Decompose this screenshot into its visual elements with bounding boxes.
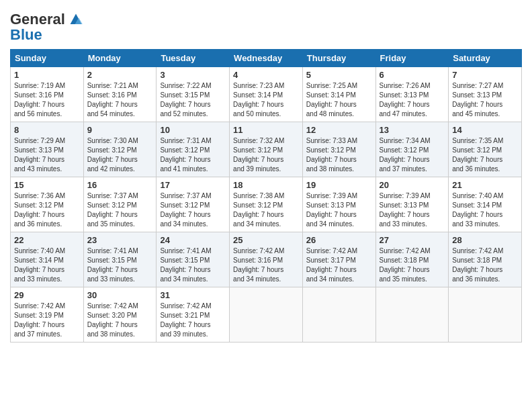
day-info-line: Sunrise: 7:22 AM [160,81,226,91]
day-info-line: Sunrise: 7:38 AM [233,191,299,201]
calendar-cell [230,287,303,342]
day-info-line: Sunrise: 7:40 AM [452,191,518,201]
day-info-line: Daylight: 7 hours [160,265,226,275]
day-number: 28 [452,235,518,245]
day-number: 29 [14,290,80,300]
day-info-line: Daylight: 7 hours [14,100,80,109]
calendar-cell: 13Sunrise: 7:34 AMSunset: 3:12 PMDayligh… [375,122,449,177]
day-number: 4 [233,70,299,80]
weekday-header-tuesday: Tuesday [157,50,230,67]
calendar-cell: 7Sunrise: 7:27 AMSunset: 3:13 PMDaylight… [449,67,522,122]
day-info-line: and 34 minutes. [306,220,372,229]
day-info-line: and 34 minutes. [160,275,226,284]
calendar-cell: 9Sunrise: 7:30 AMSunset: 3:12 PMDaylight… [83,122,157,177]
day-number: 30 [87,290,153,300]
day-info-line: Daylight: 7 hours [14,210,80,220]
weekday-header-thursday: Thursday [302,50,375,67]
calendar-cell: 31Sunrise: 7:42 AMSunset: 3:21 PMDayligh… [157,287,230,342]
day-info-line: Sunrise: 7:26 AM [380,81,445,91]
day-number: 1 [14,70,80,80]
day-info-line: Sunrise: 7:40 AM [14,246,80,256]
day-number: 12 [306,125,372,135]
day-info-line: Daylight: 7 hours [14,265,80,275]
day-info-line: Sunrise: 7:19 AM [14,81,80,91]
day-info-line: Sunset: 3:13 PM [380,201,445,210]
calendar-cell: 8Sunrise: 7:29 AMSunset: 3:13 PMDaylight… [11,122,84,177]
day-info-line: Sunset: 3:12 PM [233,146,299,155]
header: General Blue [10,7,522,44]
calendar-cell: 29Sunrise: 7:42 AMSunset: 3:19 PMDayligh… [11,287,84,342]
day-number: 7 [452,70,518,80]
day-info-line: Sunset: 3:15 PM [160,256,226,265]
day-info-line: Sunset: 3:12 PM [87,201,153,210]
day-info-line: Sunrise: 7:42 AM [14,302,80,311]
day-info-line: Daylight: 7 hours [233,100,299,109]
day-info-line: Sunrise: 7:30 AM [87,136,153,146]
day-info-line: Sunset: 3:17 PM [306,256,372,265]
day-number: 8 [14,125,80,135]
day-info-line: Sunrise: 7:39 AM [380,191,445,201]
day-number: 10 [160,125,226,135]
calendar-cell: 14Sunrise: 7:35 AMSunset: 3:12 PMDayligh… [449,122,522,177]
day-info-line: and 54 minutes. [87,109,153,119]
day-info-line: and 34 minutes. [233,275,299,284]
calendar-cell: 23Sunrise: 7:41 AMSunset: 3:15 PMDayligh… [83,232,157,287]
day-info-line: Daylight: 7 hours [380,210,445,220]
day-info-line: Sunrise: 7:42 AM [452,246,518,256]
calendar-cell [302,287,375,342]
day-info-line: and 38 minutes. [87,330,153,339]
day-info-line: Daylight: 7 hours [233,210,299,220]
day-info-line: and 33 minutes. [380,220,445,229]
day-info-line: Sunrise: 7:41 AM [160,246,226,256]
day-info-line: Daylight: 7 hours [14,155,80,165]
day-number: 26 [306,235,372,245]
day-info-line: and 47 minutes. [380,109,445,119]
calendar-cell: 25Sunrise: 7:42 AMSunset: 3:16 PMDayligh… [230,232,303,287]
day-number: 6 [380,70,445,80]
calendar-cell: 3Sunrise: 7:22 AMSunset: 3:15 PMDaylight… [157,67,230,122]
day-number: 11 [233,125,299,135]
day-info-line: Daylight: 7 hours [87,100,153,109]
day-number: 25 [233,235,299,245]
day-info-line: and 34 minutes. [306,275,372,284]
day-number: 18 [233,180,299,190]
day-info-line: Sunset: 3:12 PM [87,146,153,155]
day-info-line: Sunrise: 7:31 AM [160,136,226,146]
day-info-line: Sunset: 3:12 PM [233,201,299,210]
day-info-line: Sunrise: 7:27 AM [452,81,518,91]
day-number: 9 [87,125,153,135]
day-info-line: Daylight: 7 hours [380,155,445,165]
calendar-cell [375,287,449,342]
calendar-cell: 18Sunrise: 7:38 AMSunset: 3:12 PMDayligh… [230,177,303,232]
day-info-line: Daylight: 7 hours [306,100,372,109]
calendar-cell: 17Sunrise: 7:37 AMSunset: 3:12 PMDayligh… [157,177,230,232]
day-info-line: Sunset: 3:14 PM [14,256,80,265]
day-info-line: Sunset: 3:19 PM [14,311,80,320]
logo-text: General [10,11,65,28]
day-info-line: Sunset: 3:12 PM [306,146,372,155]
day-info-line: Daylight: 7 hours [87,320,153,330]
day-info-line: Daylight: 7 hours [160,320,226,330]
logo-icon [66,10,85,29]
day-info-line: Sunset: 3:13 PM [14,146,80,155]
day-info-line: Sunset: 3:12 PM [160,146,226,155]
day-info-line: Sunset: 3:13 PM [452,91,518,100]
day-info-line: Sunrise: 7:36 AM [14,191,80,201]
calendar-cell: 26Sunrise: 7:42 AMSunset: 3:17 PMDayligh… [302,232,375,287]
day-info-line: Sunset: 3:13 PM [306,201,372,210]
day-info-line: Daylight: 7 hours [160,100,226,109]
weekday-header-sunday: Sunday [11,50,84,67]
day-info-line: and 36 minutes. [14,220,80,229]
day-info-line: Daylight: 7 hours [306,210,372,220]
weekday-header-saturday: Saturday [449,50,522,67]
day-number: 19 [306,180,372,190]
day-info-line: and 34 minutes. [160,220,226,229]
day-info-line: and 38 minutes. [306,165,372,174]
day-number: 5 [306,70,372,80]
day-info-line: and 39 minutes. [160,330,226,339]
calendar-cell: 28Sunrise: 7:42 AMSunset: 3:18 PMDayligh… [449,232,522,287]
calendar-week-row: 22Sunrise: 7:40 AMSunset: 3:14 PMDayligh… [11,232,522,287]
day-info-line: and 45 minutes. [452,109,518,119]
day-info-line: Sunrise: 7:41 AM [87,246,153,256]
day-info-line: Daylight: 7 hours [452,100,518,109]
